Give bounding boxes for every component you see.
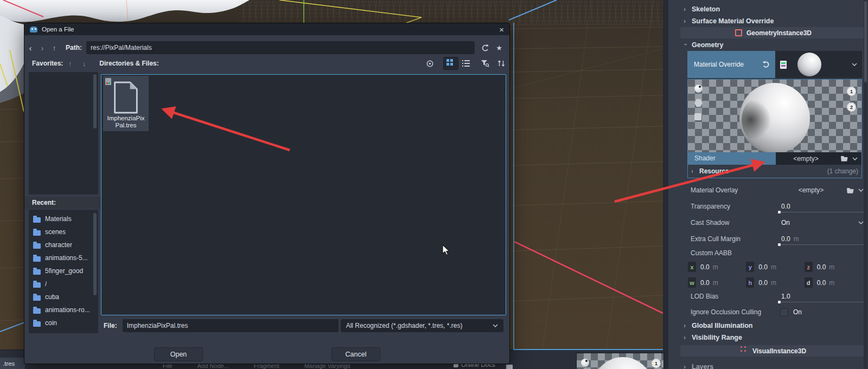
shader-material-preview: 1 xyxy=(576,353,664,369)
recent-scrollbar[interactable] xyxy=(93,213,97,295)
up-directory-icon[interactable]: ↑ xyxy=(48,44,60,52)
favorite-star-icon[interactable]: ★ xyxy=(493,44,505,52)
chevron-right-icon: › xyxy=(684,322,688,329)
material-thumbnail[interactable] xyxy=(797,53,821,76)
favorite-down-icon[interactable]: ↓ xyxy=(77,60,91,68)
favorites-list[interactable] xyxy=(29,72,98,195)
section-surface-material-override[interactable]: › Surface Material Override xyxy=(668,15,868,27)
shader-label[interactable]: Shader xyxy=(688,152,776,165)
ignore-occlusion-value: On xyxy=(776,305,868,320)
recent-item[interactable]: 5finger_good xyxy=(29,264,98,277)
recent-item[interactable]: cuba xyxy=(29,290,98,303)
aabb-field[interactable]: x 0.0 m xyxy=(688,260,746,274)
shader-file-tab[interactable]: .tres xyxy=(0,358,25,369)
cancel-button[interactable]: Cancel xyxy=(331,347,380,361)
folder-icon xyxy=(33,295,41,301)
folder-icon[interactable] xyxy=(846,187,854,193)
revert-icon[interactable] xyxy=(763,61,770,68)
cast-shadow-dropdown[interactable]: On xyxy=(776,215,868,231)
transparency-value[interactable]: 0.0 xyxy=(776,198,868,215)
show-hidden-eye-icon[interactable] xyxy=(423,60,437,68)
box-mode-icon[interactable] xyxy=(694,113,701,120)
aabb-field[interactable]: z 0.0 m xyxy=(805,260,863,274)
shader-value: <empty> xyxy=(776,155,836,163)
section-global-illumination[interactable]: › Global Illumination xyxy=(668,320,868,332)
favorite-up-icon[interactable]: ↑ xyxy=(63,60,77,68)
light-1-icon[interactable]: 1 xyxy=(652,359,661,368)
scrollbar-thumb[interactable] xyxy=(864,1,867,82)
chevron-down-icon[interactable] xyxy=(858,189,864,192)
material-overlay-value[interactable]: <empty> xyxy=(776,182,868,198)
material-override-value-cell[interactable] xyxy=(775,51,862,78)
files-area[interactable]: ImphenziaPix Pal.tres xyxy=(101,74,506,315)
recent-item[interactable]: character xyxy=(29,238,98,251)
section-geometry[interactable]: › Geometry xyxy=(668,38,868,51)
favorites-scrollbar[interactable] xyxy=(93,74,97,128)
chevron-right-icon: › xyxy=(684,5,688,13)
inspector-scrollbar[interactable] xyxy=(864,0,867,369)
filter-dropdown[interactable]: All Recognized (*.gdshader, *.tres, *.re… xyxy=(341,319,503,332)
category-geometry-instance-3d[interactable]: GeometryInstance3D xyxy=(680,27,866,38)
sort-icon[interactable] xyxy=(493,60,509,67)
path-label: Path: xyxy=(66,44,82,51)
refresh-icon[interactable] xyxy=(478,44,490,52)
extra-cull-margin-label: Extra Cull Margin xyxy=(691,235,776,243)
preview-light-toggles: 1 2 xyxy=(847,87,856,112)
aabb-field[interactable]: d 0.0 m xyxy=(805,276,863,289)
light-2-icon[interactable]: 2 xyxy=(847,102,856,112)
category-visual-instance-3d[interactable]: VisualInstance3D xyxy=(680,345,866,357)
axis-badge: z xyxy=(805,262,813,272)
recent-item[interactable]: Materials xyxy=(29,212,98,225)
filter-icon[interactable] xyxy=(477,60,493,68)
grid-view-icon xyxy=(446,59,449,62)
recent-item[interactable]: scenes xyxy=(29,225,98,238)
ignore-occlusion-row: Ignore Occlusion Culling On xyxy=(668,305,868,320)
section-resource[interactable]: › Resource (1 change) xyxy=(688,165,861,178)
recent-item-label: animations-5... xyxy=(45,254,88,262)
section-skeleton[interactable]: › Skeleton xyxy=(668,3,868,15)
open-button[interactable]: Open xyxy=(154,347,203,361)
section-visibility-range[interactable]: › Visibility Range xyxy=(668,332,868,344)
slider[interactable] xyxy=(779,302,864,302)
extra-cull-margin-value[interactable]: 0.0 m xyxy=(776,231,868,247)
chevron-down-icon[interactable] xyxy=(852,157,858,160)
aabb-field[interactable]: y 0.0 m xyxy=(746,260,804,274)
hexagon-mode-icon[interactable] xyxy=(694,99,703,107)
slider[interactable] xyxy=(779,244,864,245)
back-icon[interactable]: ‹ xyxy=(24,43,36,53)
cast-shadow-label: Cast Shadow xyxy=(691,219,776,226)
light-1-icon[interactable]: 1 xyxy=(847,87,856,96)
file-tile-selected[interactable]: ImphenziaPix Pal.tres xyxy=(103,76,149,131)
lod-bias-value[interactable]: 1.0 xyxy=(776,288,868,305)
file-label: File: xyxy=(104,322,117,329)
aabb-field[interactable]: w 0.0 m xyxy=(688,276,746,289)
resource-badge-icon xyxy=(105,78,111,85)
file-row: File: ImphenziaPixPal.tres All Recognize… xyxy=(24,319,509,332)
chevron-right-icon: › xyxy=(691,167,695,175)
sphere-mode-icon[interactable] xyxy=(581,359,589,367)
godot-editor: .tres FileAdd Node...FragmentManage Vary… xyxy=(0,0,868,369)
folder-icon[interactable] xyxy=(840,156,848,161)
checkbox[interactable] xyxy=(780,308,788,316)
dialog-titlebar[interactable]: Open a File × xyxy=(24,23,509,35)
forward-icon[interactable]: › xyxy=(36,43,48,53)
sphere-mode-icon[interactable] xyxy=(694,85,703,93)
path-input[interactable]: res://PixPal/Materials xyxy=(86,41,475,54)
panel-icon[interactable] xyxy=(506,365,513,369)
section-layers-partial[interactable]: › Layers xyxy=(668,361,868,369)
shader-value-cell[interactable]: <empty> xyxy=(776,152,861,165)
recent-item[interactable]: animations-5... xyxy=(29,251,98,264)
filename-input[interactable]: ImphenziaPixPal.tres xyxy=(123,319,339,332)
recent-item[interactable]: / xyxy=(29,277,98,290)
chevron-down-icon xyxy=(493,324,498,327)
custom-aabb-label: Custom AABB xyxy=(668,247,868,259)
recent-item[interactable]: animations-ro... xyxy=(29,303,98,316)
slider[interactable] xyxy=(779,212,864,212)
material-override-label-cell[interactable]: Material Override xyxy=(687,51,775,78)
chevron-down-icon[interactable] xyxy=(852,63,857,66)
close-icon[interactable]: × xyxy=(499,25,504,34)
list-view-button[interactable] xyxy=(458,57,474,70)
aabb-field[interactable]: h 0.0 m xyxy=(746,276,804,289)
grid-view-button[interactable] xyxy=(443,57,458,70)
recent-list: Materials scenes character animations-5.… xyxy=(29,210,98,333)
